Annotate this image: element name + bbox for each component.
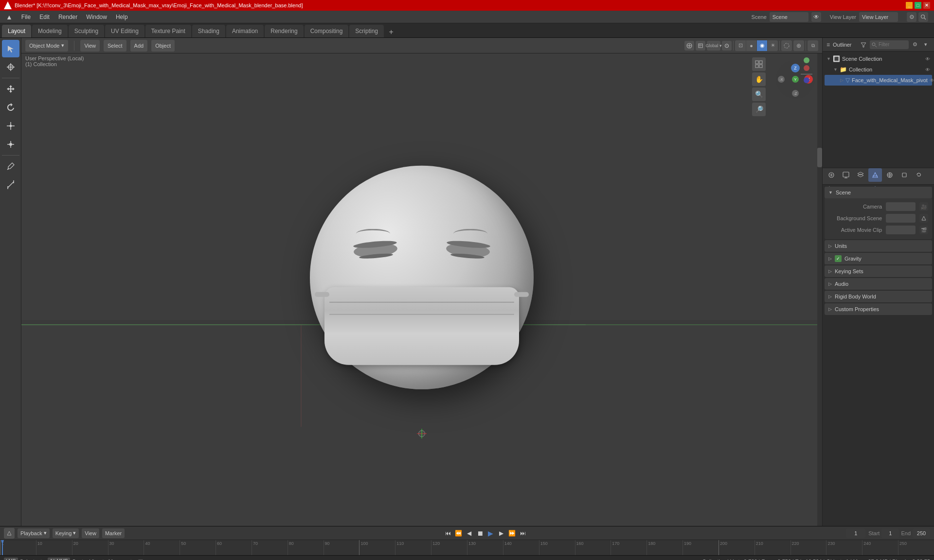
scale-tool-button[interactable]	[2, 117, 19, 135]
viewport-scrollbar-thumb-v[interactable]	[817, 148, 822, 167]
view-layer-properties-btn[interactable]	[854, 168, 867, 182]
viewport-3d[interactable]: Object Mode ▾ View Select Add Object	[21, 38, 822, 526]
gravity-checkbox[interactable]: ✓	[835, 255, 842, 262]
overlays-btn[interactable]	[781, 40, 792, 51]
nav-y-axis[interactable]: Y	[792, 76, 799, 83]
marker-btn[interactable]: Marker	[102, 528, 125, 538]
rendered-btn[interactable]: ☀	[767, 40, 778, 51]
prev-keyframe-btn[interactable]: ⏪	[454, 529, 463, 538]
nav-neg-z-axis[interactable]: -Z	[792, 90, 799, 97]
current-frame-input[interactable]: 1	[846, 528, 865, 538]
zoom-camera-btn[interactable]: 🔎	[752, 103, 766, 116]
gizmos-btn[interactable]: ⊕	[793, 40, 804, 51]
view-layer-selector[interactable]: View Layer	[859, 12, 898, 22]
units-section-header[interactable]: ▷ Units	[825, 240, 932, 252]
end-frame-input[interactable]: 250	[913, 528, 930, 538]
view-menu[interactable]: View	[80, 40, 100, 52]
bg-scene-browse-btn[interactable]	[919, 214, 928, 223]
tab-animation[interactable]: Animation	[226, 25, 264, 37]
viewport-scrollbar-v[interactable]	[817, 53, 822, 526]
camera-browse-btn[interactable]: 🎥	[919, 202, 928, 211]
tab-modeling[interactable]: Modeling	[32, 25, 68, 37]
modifier-properties-btn[interactable]	[912, 168, 926, 182]
background-scene-value[interactable]	[886, 214, 916, 223]
select-tool-button[interactable]	[2, 40, 19, 57]
transform-space-selector[interactable]: Global ▾	[707, 41, 720, 51]
play-btn[interactable]: ▶	[486, 529, 495, 538]
eye-icon[interactable]: 👁	[925, 56, 930, 62]
transform-tool-button[interactable]	[2, 136, 19, 153]
mesh-eye-icon[interactable]: 👁	[930, 78, 934, 83]
menu-help[interactable]: Help	[112, 12, 132, 22]
menu-render[interactable]: Render	[54, 12, 81, 22]
start-frame-input[interactable]: 1	[881, 528, 899, 538]
output-properties-btn[interactable]	[839, 168, 853, 182]
keying-sets-section-header[interactable]: ▷ Keying Sets	[825, 265, 932, 277]
timeline-ruler[interactable]: 1 10 20 30 40 50 60 70 80 90 100 110 120…	[0, 540, 934, 555]
jump-start-btn[interactable]: ⏮	[444, 529, 452, 538]
menu-window[interactable]: Window	[82, 12, 111, 22]
object-mode-selector[interactable]: Object Mode ▾	[25, 40, 68, 52]
viewport-icon-2[interactable]	[696, 41, 705, 51]
camera-value[interactable]	[886, 202, 916, 211]
custom-properties-section-header[interactable]: ▷ Custom Properties	[825, 303, 932, 315]
audio-section-header[interactable]: ▷ Audio	[825, 278, 932, 290]
collection-eye-icon[interactable]: 👁	[925, 67, 930, 72]
tab-layout[interactable]: Layout	[2, 25, 31, 37]
scene-properties-btn[interactable]	[868, 168, 882, 182]
pivot-point-btn[interactable]: ⊙	[722, 41, 732, 51]
outliner-item-collection[interactable]: ▼ 📁 Collection 👁	[825, 64, 932, 75]
outliner-item-scene-collection[interactable]: ▼ 🔳 Scene Collection 👁	[825, 53, 932, 64]
hand-btn[interactable]: ✋	[752, 72, 766, 86]
info-btn[interactable]: ⚙	[907, 12, 916, 22]
tab-shading[interactable]: Shading	[192, 25, 225, 37]
annotate-tool-button[interactable]	[2, 158, 19, 175]
add-workspace-button[interactable]: +	[386, 27, 396, 37]
playback-btn[interactable]: Playback ▾	[18, 528, 50, 538]
viewport-icon-1[interactable]	[684, 41, 694, 51]
outliner-item-mesh[interactable]: ▷ ▽ Face_with_Medical_Mask_pivot 👁 📷	[825, 75, 932, 86]
minimize-button[interactable]: _	[906, 2, 913, 9]
jump-end-btn[interactable]: ⏭	[519, 529, 527, 538]
next-keyframe-btn[interactable]: ⏩	[508, 529, 517, 538]
outliner-filter-btn[interactable]	[859, 40, 868, 49]
measure-tool-button[interactable]	[2, 176, 19, 193]
nav-z-axis[interactable]: Z	[791, 64, 800, 72]
wireframe-btn[interactable]: ⊡	[735, 40, 746, 51]
active-movie-clip-value[interactable]	[886, 226, 916, 234]
menu-blender[interactable]: ▲	[2, 12, 17, 22]
transform-gizmo[interactable]	[417, 429, 427, 438]
gravity-section-header[interactable]: ▷ ✓ Gravity	[825, 253, 932, 264]
object-menu[interactable]: Object	[151, 40, 175, 52]
next-frame-btn[interactable]: ▶	[497, 529, 506, 538]
scene-selector[interactable]: Scene	[770, 12, 808, 22]
timeline-mode-btn[interactable]	[4, 528, 15, 539]
tab-sculpting[interactable]: Sculpting	[69, 25, 104, 37]
solid-btn[interactable]: ●	[746, 40, 756, 51]
movie-clip-browse-btn[interactable]: 🎬	[919, 226, 928, 234]
xray-btn[interactable]: ⧉	[808, 40, 818, 51]
nav-neg-x-axis[interactable]: -X	[778, 76, 785, 83]
tab-compositing[interactable]: Compositing	[305, 25, 349, 37]
material-preview-btn[interactable]: ◉	[756, 40, 767, 51]
tab-scripting[interactable]: Scripting	[349, 25, 384, 37]
outliner-settings-btn[interactable]: ⚙	[911, 40, 919, 49]
render-properties-btn[interactable]	[825, 168, 838, 182]
search-btn[interactable]	[918, 12, 928, 22]
maximize-button[interactable]: □	[915, 2, 921, 9]
rigid-body-world-section-header[interactable]: ▷ Rigid Body World	[825, 291, 932, 302]
keying-btn[interactable]: Keying ▾	[53, 528, 79, 538]
close-button[interactable]: ✕	[923, 2, 930, 9]
tab-rendering[interactable]: Rendering	[265, 25, 303, 37]
object-properties-btn[interactable]	[898, 168, 911, 182]
cursor-tool-button[interactable]	[2, 58, 19, 76]
world-properties-btn[interactable]	[883, 168, 897, 182]
scene-section-header[interactable]: ▼ Scene	[825, 187, 932, 198]
select-menu[interactable]: Select	[104, 40, 126, 52]
rotate-tool-button[interactable]	[2, 99, 19, 116]
prev-frame-btn[interactable]: ◀	[465, 529, 474, 538]
menu-file[interactable]: File	[18, 12, 35, 22]
tab-uv-editing[interactable]: UV Editing	[105, 25, 144, 37]
add-menu[interactable]: Add	[130, 40, 148, 52]
outliner-funnel-btn[interactable]: ▾	[921, 40, 930, 49]
